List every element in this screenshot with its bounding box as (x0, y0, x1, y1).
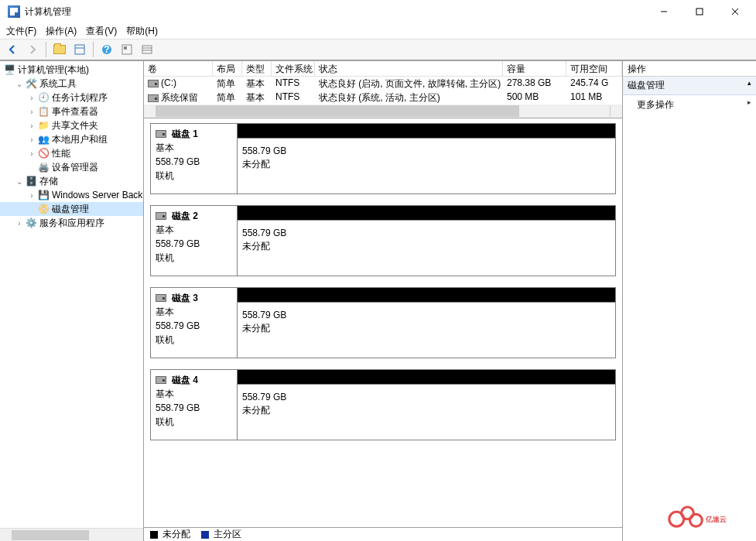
tree-pane: 🖥️计算机管理(本地) ⌄🛠️系统工具 ›🕘任务计划程序 ›📋事件查看器 ›📁共… (0, 61, 144, 541)
watermark: 亿速云 (663, 498, 748, 535)
nav-tree[interactable]: 🖥️计算机管理(本地) ⌄🛠️系统工具 ›🕘任务计划程序 ›📋事件查看器 ›📁共… (0, 61, 143, 528)
expand-icon[interactable]: › (14, 219, 25, 228)
expand-icon[interactable]: › (26, 191, 37, 200)
volume-table-header: 卷 布局 类型 文件系统 状态 容量 可用空间 (144, 61, 622, 77)
disk-icon (156, 212, 166, 220)
toolbar: ? (0, 39, 756, 60)
disk-area-unallocated[interactable]: 558.79 GB 未分配 (238, 220, 615, 276)
menu-view[interactable]: 查看(V) (81, 23, 121, 39)
disk-area-unallocated[interactable]: 558.79 GB 未分配 (238, 302, 615, 358)
toolbar-btn-2[interactable] (70, 41, 89, 58)
volume-horizontal-scrollbar[interactable] (144, 104, 622, 118)
event-icon: 📋 (37, 105, 50, 118)
nav-forward-button[interactable] (23, 41, 42, 58)
share-icon: 📁 (37, 119, 50, 132)
svg-rect-1 (696, 9, 703, 15)
volume-table-body: (C:) 简单 基本 NTFS 状态良好 (启动, 页面文件, 故障转储, 主分… (144, 77, 622, 104)
actions-header: 操作 (623, 61, 756, 77)
disk-graph[interactable]: 558.79 GB 未分配 (238, 370, 615, 440)
disk-box[interactable]: 磁盘 1 基本 558.79 GB 联机 558.79 GB 未分配 (150, 123, 616, 194)
disk-box[interactable]: 磁盘 3 基本 558.79 GB 联机 558.79 GB 未分配 (150, 287, 616, 358)
menu-bar: 文件(F) 操作(A) 查看(V) 帮助(H) (0, 23, 756, 39)
svg-text:亿速云: 亿速云 (705, 515, 727, 523)
col-capacity[interactable]: 容量 (503, 61, 566, 77)
col-fs[interactable]: 文件系统 (272, 61, 315, 77)
disk-icon (156, 294, 166, 302)
maximize-button[interactable] (682, 0, 717, 23)
scrollbar-thumb[interactable] (156, 105, 519, 117)
collapse-icon[interactable]: ⌄ (14, 80, 25, 88)
tree-local-users[interactable]: ›👥本地用户和组 (0, 132, 143, 146)
col-layout[interactable]: 布局 (213, 61, 242, 77)
folder-icon (53, 45, 66, 54)
disk-box[interactable]: 磁盘 4 基本 558.79 GB 联机 558.79 GB 未分配 (150, 369, 616, 440)
col-volume[interactable]: 卷 (144, 61, 213, 77)
tree-performance[interactable]: ›🚫性能 (0, 146, 143, 160)
help-button[interactable]: ? (97, 41, 116, 58)
services-icon: ⚙️ (25, 217, 37, 229)
wrench-icon: 🛠️ (25, 77, 37, 90)
up-folder-button[interactable] (50, 41, 69, 58)
disk-header-bar (238, 206, 615, 220)
tree-wsb[interactable]: ›💾Windows Server Back (0, 188, 143, 202)
collapse-icon[interactable]: ⌄ (14, 177, 25, 186)
legend: 未分配 主分区 (144, 527, 622, 541)
close-button[interactable] (717, 0, 753, 23)
actions-more[interactable]: 更多操作 (623, 95, 756, 115)
tree-disk-mgmt[interactable]: 📀磁盘管理 (0, 202, 143, 216)
col-free[interactable]: 可用空间 (566, 61, 622, 77)
toolbar-btn-3[interactable] (118, 41, 136, 58)
disk-header-bar (238, 288, 615, 302)
expand-icon[interactable]: › (26, 108, 37, 116)
expand-icon[interactable]: › (26, 135, 37, 144)
disk-box[interactable]: 磁盘 2 基本 558.79 GB 联机 558.79 GB 未分配 (150, 205, 616, 276)
disk-info: 磁盘 1 基本 558.79 GB 联机 (151, 124, 238, 193)
nav-back-button[interactable] (3, 41, 22, 58)
minimize-button[interactable] (646, 0, 682, 23)
device-icon: 🖨️ (37, 161, 50, 173)
disk-icon: 📀 (37, 203, 50, 215)
tree-shared-folders[interactable]: ›📁共享文件夹 (0, 118, 143, 132)
volume-row[interactable]: (C:) 简单 基本 NTFS 状态良好 (启动, 页面文件, 故障转储, 主分… (144, 77, 622, 91)
col-type[interactable]: 类型 (242, 61, 272, 77)
disk-area-unallocated[interactable]: 558.79 GB 未分配 (238, 138, 615, 193)
disk-area-unallocated[interactable]: 558.79 GB 未分配 (238, 384, 615, 440)
menu-file[interactable]: 文件(F) (2, 23, 41, 39)
tree-event-viewer[interactable]: ›📋事件查看器 (0, 104, 143, 118)
expand-icon[interactable]: › (26, 94, 37, 102)
app-icon (8, 5, 20, 18)
toolbar-btn-4[interactable] (138, 41, 156, 58)
legend-swatch-unallocated (150, 531, 158, 539)
drive-icon (148, 94, 159, 102)
tree-system-tools[interactable]: ⌄🛠️系统工具 (0, 77, 143, 91)
disk-info: 磁盘 2 基本 558.79 GB 联机 (151, 206, 238, 276)
scrollbar-thumb[interactable] (12, 530, 89, 540)
computer-icon: 🖥️ (3, 63, 15, 76)
legend-primary: 主分区 (214, 528, 241, 541)
menu-help[interactable]: 帮助(H) (121, 23, 162, 39)
tree-storage[interactable]: ⌄🗄️存储 (0, 174, 143, 188)
volume-row[interactable]: 系统保留 简单 基本 NTFS 状态良好 (系统, 活动, 主分区) 500 M… (144, 91, 622, 104)
svg-point-15 (690, 514, 703, 526)
tree-task-scheduler[interactable]: ›🕘任务计划程序 (0, 91, 143, 104)
disk-graph[interactable]: 558.79 GB 未分配 (238, 124, 615, 193)
disk-graph[interactable]: 558.79 GB 未分配 (238, 288, 615, 358)
col-status[interactable]: 状态 (315, 61, 503, 77)
expand-icon[interactable]: › (26, 122, 37, 130)
svg-rect-9 (124, 46, 127, 50)
tree-services[interactable]: ›⚙️服务和应用程序 (0, 216, 143, 230)
users-icon: 👥 (37, 133, 50, 146)
drive-icon (148, 80, 159, 87)
main-pane: 卷 布局 类型 文件系统 状态 容量 可用空间 (C:) 简单 基本 NTFS … (144, 61, 623, 541)
tree-root[interactable]: 🖥️计算机管理(本地) (0, 63, 143, 77)
title-bar: 计算机管理 (0, 0, 756, 23)
tree-horizontal-scrollbar[interactable] (0, 528, 143, 541)
tree-device-manager[interactable]: 🖨️设备管理器 (0, 160, 143, 174)
toolbar-separator (46, 42, 46, 57)
volume-table: 卷 布局 类型 文件系统 状态 容量 可用空间 (C:) 简单 基本 NTFS … (144, 61, 622, 118)
actions-section-disk-mgmt[interactable]: 磁盘管理 (623, 77, 756, 95)
disk-graph[interactable]: 558.79 GB 未分配 (238, 206, 615, 276)
menu-action[interactable]: 操作(A) (41, 23, 81, 39)
expand-icon[interactable]: › (26, 149, 37, 158)
backup-icon: 💾 (37, 189, 50, 201)
